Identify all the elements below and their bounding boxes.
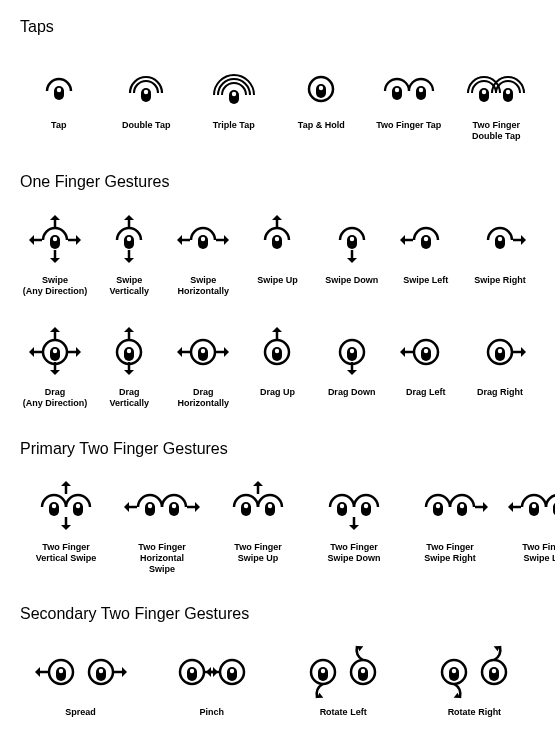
swipe-down-icon — [318, 215, 386, 265]
drag-up-icon — [243, 327, 311, 377]
svg-point-39 — [460, 503, 464, 507]
two-up-icon — [212, 482, 304, 532]
svg-point-44 — [58, 669, 62, 673]
gesture-two-vert: Two FingerVertical Swipe — [20, 482, 112, 576]
svg-point-23 — [275, 349, 279, 353]
svg-point-17 — [53, 349, 57, 353]
svg-point-25 — [349, 349, 353, 353]
gesture-tap: Tap — [20, 60, 98, 143]
gesture-rotate-right: Rotate Right — [414, 647, 535, 718]
gesture-drag-left: Drag Left — [391, 327, 461, 410]
svg-point-53 — [361, 669, 365, 673]
gesture-label: Two Finger Double Tap — [458, 120, 536, 143]
gesture-label: Two FingerSwipe Down — [327, 542, 380, 565]
gesture-label: Swipe Left — [403, 275, 448, 286]
svg-point-30 — [52, 503, 56, 507]
gesture-drag-horiz: DragHorizontally — [168, 327, 238, 410]
row-primary-two: Two FingerVertical Swipe Two FingerHoriz… — [20, 482, 535, 576]
svg-point-34 — [244, 503, 248, 507]
section-title-taps: Taps — [20, 18, 535, 36]
row-swipe: Swipe(Any Direction) SwipeVertically Swi… — [20, 215, 535, 298]
svg-point-36 — [340, 503, 344, 507]
gesture-two-horiz: Two FingerHorizontalSwipe — [116, 482, 208, 576]
gesture-two-left: Two FingerSwipe Left — [500, 482, 555, 576]
gesture-tap-hold: Tap & Hold — [283, 60, 361, 143]
svg-point-0 — [57, 88, 61, 92]
gesture-label: Triple Tap — [213, 120, 255, 131]
svg-point-29 — [498, 349, 502, 353]
rotate-right-icon — [424, 647, 524, 697]
gesture-label: Two FingerSwipe Right — [424, 542, 476, 565]
swipe-horiz-icon — [169, 215, 237, 265]
gesture-label: Drag(Any Direction) — [23, 387, 88, 410]
gesture-label: Tap & Hold — [298, 120, 345, 131]
svg-point-45 — [98, 669, 102, 673]
svg-point-7 — [482, 90, 486, 94]
drag-down-icon — [318, 327, 386, 377]
gesture-drag-any: Drag(Any Direction) — [20, 327, 90, 410]
svg-point-6 — [419, 88, 423, 92]
gesture-label: SwipeHorizontally — [178, 275, 230, 298]
gesture-label: Two FingerSwipe Up — [234, 542, 281, 565]
svg-point-31 — [76, 503, 80, 507]
swipe-up-icon — [243, 215, 311, 265]
drag-left-icon — [392, 327, 460, 377]
gesture-swipe-down: Swipe Down — [317, 215, 387, 298]
section-title-secondary-two: Secondary Two Finger Gestures — [20, 605, 535, 623]
gesture-swipe-up: Swipe Up — [242, 215, 312, 298]
drag-vert-icon — [95, 327, 163, 377]
gesture-double-tap: Double Tap — [108, 60, 186, 143]
gesture-two-up: Two FingerSwipe Up — [212, 482, 304, 576]
section-title-primary-two: Primary Two Finger Gestures — [20, 440, 535, 458]
two-horiz-icon — [116, 482, 208, 532]
svg-point-21 — [201, 349, 205, 353]
gesture-label: SwipeVertically — [109, 275, 149, 298]
gesture-drag-up: Drag Up — [242, 327, 312, 410]
gesture-drag-vert: DragVertically — [94, 327, 164, 410]
two-vert-icon — [20, 482, 112, 532]
svg-point-38 — [436, 503, 440, 507]
svg-point-4 — [319, 86, 323, 90]
svg-point-19 — [127, 349, 131, 353]
svg-point-52 — [321, 669, 325, 673]
gesture-label: Spread — [65, 707, 96, 718]
gesture-two-finger-double-tap: Two Finger Double Tap — [458, 60, 536, 143]
svg-point-12 — [275, 236, 279, 240]
row-drag: Drag(Any Direction) DragVertically DragH… — [20, 327, 535, 410]
svg-point-48 — [190, 669, 194, 673]
gesture-label: Rotate Left — [320, 707, 367, 718]
drag-right-icon — [466, 327, 534, 377]
svg-point-27 — [424, 349, 428, 353]
gesture-label: DragVertically — [109, 387, 149, 410]
svg-point-1 — [144, 90, 148, 94]
gesture-label: Swipe Down — [325, 275, 378, 286]
gesture-pinch: Pinch — [151, 647, 272, 718]
svg-point-40 — [532, 503, 536, 507]
gesture-label: Drag Left — [406, 387, 446, 398]
two-left-icon — [500, 482, 555, 532]
row-taps: Tap Double Tap — [20, 60, 535, 143]
svg-point-11 — [201, 236, 205, 240]
gesture-label: Drag Down — [328, 387, 376, 398]
triple-tap-icon — [210, 60, 258, 110]
gesture-label: Two FingerVertical Swipe — [36, 542, 97, 565]
svg-point-33 — [172, 503, 176, 507]
rotate-left-icon — [293, 647, 393, 697]
svg-point-35 — [268, 503, 272, 507]
swipe-right-icon — [466, 215, 534, 265]
two-right-icon — [404, 482, 496, 532]
gesture-label: Swipe(Any Direction) — [23, 275, 88, 298]
svg-point-2 — [232, 92, 236, 96]
gesture-two-right: Two FingerSwipe Right — [404, 482, 496, 576]
spread-icon — [31, 647, 131, 697]
gesture-label: Two Finger Tap — [376, 120, 441, 131]
two-finger-tap-icon — [381, 60, 437, 110]
gesture-swipe-any: Swipe(Any Direction) — [20, 215, 90, 298]
svg-point-49 — [230, 669, 234, 673]
svg-point-14 — [424, 236, 428, 240]
swipe-left-icon — [392, 215, 460, 265]
gesture-spread: Spread — [20, 647, 141, 718]
gesture-swipe-horiz: SwipeHorizontally — [168, 215, 238, 298]
gesture-rotate-left: Rotate Left — [283, 647, 404, 718]
svg-point-57 — [492, 669, 496, 673]
